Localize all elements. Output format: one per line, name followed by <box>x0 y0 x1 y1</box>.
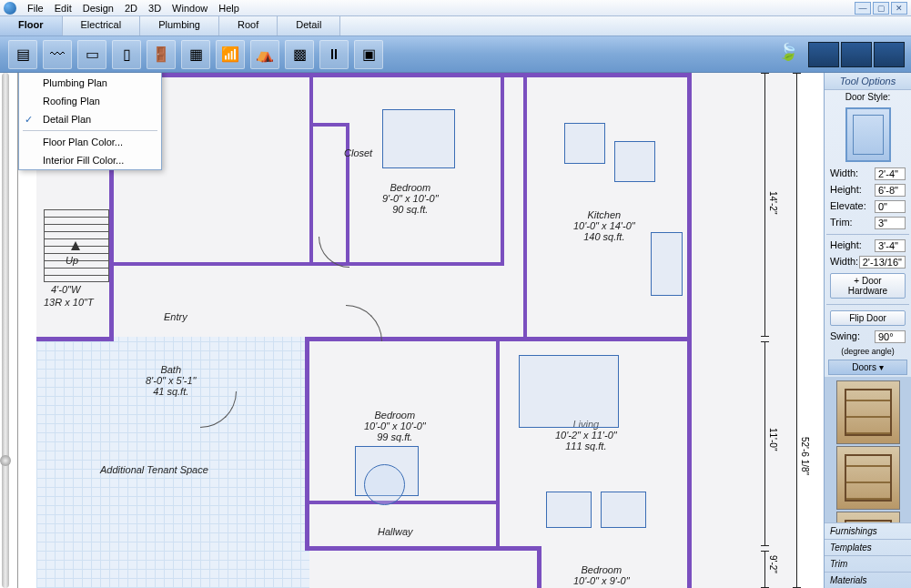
tab-detail[interactable]: Detail <box>278 16 340 35</box>
floor-dropdown: ✓Floor Plan Electrical Plan Plumbing Pla… <box>18 73 162 170</box>
tool-grid-icon[interactable]: ▩ <box>285 40 314 69</box>
trim-input[interactable]: 3" <box>875 217 906 229</box>
bed-icon <box>382 109 455 168</box>
height-label: Height: <box>830 184 862 197</box>
tool-stairs-icon[interactable]: ▤ <box>8 40 37 69</box>
hallway-label: Hallway <box>378 526 413 537</box>
dim-9-2: 9'-2" <box>768 555 778 573</box>
menu-window[interactable]: Window <box>167 1 213 15</box>
menu-edit[interactable]: Edit <box>49 1 77 15</box>
tool-window-icon[interactable]: ▦ <box>181 40 210 69</box>
elevate-label: Elevate: <box>830 200 866 213</box>
floorplan-canvas[interactable]: Up 4'-0"W 13R x 10"T Closet Bedroom9'-0"… <box>18 73 824 588</box>
door-hardware-button[interactable]: + Door Hardware <box>830 273 906 299</box>
menu-design[interactable]: Design <box>77 1 119 15</box>
trim-label: Trim: <box>830 217 853 229</box>
dim-total: 52'-6 1/8" <box>800 437 810 475</box>
stairs-up-label: Up <box>66 255 78 266</box>
fridge-icon <box>651 232 683 296</box>
close-button[interactable]: ✕ <box>891 2 907 15</box>
appliance-icon <box>614 141 655 182</box>
width-input[interactable]: 2'-4" <box>875 167 906 180</box>
height2-label: Height: <box>830 239 862 252</box>
dd-floorplan-color[interactable]: Floor Plan Color... <box>19 133 161 151</box>
dd-plumbing-plan[interactable]: Plumbing Plan <box>19 74 161 92</box>
dd-detail-plan[interactable]: ✓Detail Plan <box>19 110 161 128</box>
dimension-line-total <box>796 73 797 588</box>
appliance-icon <box>564 123 605 164</box>
swing-input[interactable]: 90° <box>875 330 906 343</box>
bedroom2-label: Bedroom10'-0" x 10'-0"99 sq.ft. <box>364 410 426 442</box>
tool-curtain-icon[interactable]: ⏸ <box>319 40 349 69</box>
height-input[interactable]: 6'-8" <box>875 184 906 197</box>
elevate-input[interactable]: 0" <box>875 200 906 213</box>
menu-help[interactable]: Help <box>213 1 245 15</box>
view-3d-icon[interactable] <box>874 42 905 67</box>
kitchen-label: Kitchen10'-0" x 14'-0"140 sq.ft. <box>573 209 635 242</box>
menu-3d[interactable]: 3D <box>143 1 167 15</box>
chair-icon <box>601 492 646 528</box>
door-thumb[interactable] <box>836 512 900 522</box>
flip-door-button[interactable]: Flip Door <box>830 310 906 326</box>
table-icon <box>364 464 405 505</box>
entry-label: Entry <box>164 311 187 322</box>
menubar: File Edit Design 2D 3D Window Help — ▢ ✕ <box>0 0 911 16</box>
height2-input[interactable]: 3'-4" <box>875 239 906 252</box>
tool-cabinet-icon[interactable]: ▣ <box>354 40 383 69</box>
bath-label: Bath8'-0" x 5'-1"41 sq.ft. <box>146 364 196 397</box>
closet-label: Closet <box>344 147 372 158</box>
bedroom3-label: Bedroom10'-0" x 9'-0" <box>573 564 630 586</box>
eco-icon[interactable]: 🍃 <box>778 42 804 67</box>
footer-templates[interactable]: Templates <box>825 539 911 555</box>
view-blueprint-icon[interactable] <box>808 42 839 67</box>
tool-wall-icon[interactable]: ▭ <box>77 40 106 69</box>
panel-title: Tool Options <box>825 73 911 90</box>
menu-file[interactable]: File <box>22 1 49 15</box>
view-plan-icon[interactable] <box>841 42 872 67</box>
doors-dropdown[interactable]: Doors ▾ <box>828 360 907 375</box>
width-label: Width: <box>830 167 858 180</box>
workspace: Up 4'-0"W 13R x 10"T Closet Bedroom9'-0"… <box>0 73 911 588</box>
dd-roofing-plan[interactable]: Roofing Plan <box>19 92 161 110</box>
door-thumb[interactable] <box>836 380 900 444</box>
dim-14-2: 14'-2" <box>768 191 778 214</box>
tool-roof-icon[interactable]: ⛺ <box>250 40 279 69</box>
dimension-line <box>764 73 765 337</box>
width2-input[interactable]: 2'-13/16" <box>859 256 906 269</box>
tab-floor[interactable]: Floor <box>0 16 63 35</box>
tenant-label: Additional Tenant Space <box>100 464 208 475</box>
dd-interior-fill-color[interactable]: Interior Fill Color... <box>19 151 161 169</box>
tab-roof[interactable]: Roof <box>219 16 278 35</box>
bedroom1-label: Bedroom9'-0" x 10'-0"90 sq.ft. <box>382 182 439 215</box>
footer-trim[interactable]: Trim <box>825 555 911 572</box>
door-thumbnails <box>825 377 911 522</box>
footer-materials[interactable]: Materials <box>825 572 911 588</box>
footer-furnishings[interactable]: Furnishings <box>825 522 911 539</box>
menu-2d[interactable]: 2D <box>119 1 143 15</box>
swing-label: Swing: <box>830 330 860 343</box>
tab-plumbing[interactable]: Plumbing <box>140 16 219 35</box>
dimension-line <box>764 341 765 546</box>
stairs-width: 4'-0"W <box>51 284 80 295</box>
tool-panel-icon[interactable]: ▯ <box>112 40 141 69</box>
tool-curve-icon[interactable]: 〰 <box>43 40 72 69</box>
energy-slider-track[interactable] <box>2 73 9 588</box>
stairs-run: 13R x 10"T <box>44 297 94 308</box>
tab-electrical[interactable]: Electrical <box>63 16 141 35</box>
door-style-preview[interactable] <box>845 107 891 162</box>
width2-label: Width: <box>830 256 858 269</box>
plan-tabs: Floor Electrical Plumbing Roof Detail <box>0 16 911 36</box>
sofa-icon <box>519 355 619 428</box>
tool-door-icon[interactable]: 🚪 <box>147 40 176 69</box>
tool-stairs3d-icon[interactable]: 📶 <box>216 40 245 69</box>
door-thumb[interactable] <box>836 446 900 510</box>
energy-slider-thumb[interactable] <box>0 455 11 466</box>
maximize-button[interactable]: ▢ <box>873 2 889 15</box>
chair-icon <box>546 492 592 528</box>
vertical-ruler <box>0 73 18 588</box>
minimize-button[interactable]: — <box>855 2 871 15</box>
app-logo-icon <box>4 2 16 15</box>
door-style-label: Door Style: <box>825 90 911 104</box>
dim-11-0: 11'-0" <box>768 428 778 451</box>
tool-options-panel: Tool Options Door Style: Width:2'-4" Hei… <box>824 73 911 588</box>
